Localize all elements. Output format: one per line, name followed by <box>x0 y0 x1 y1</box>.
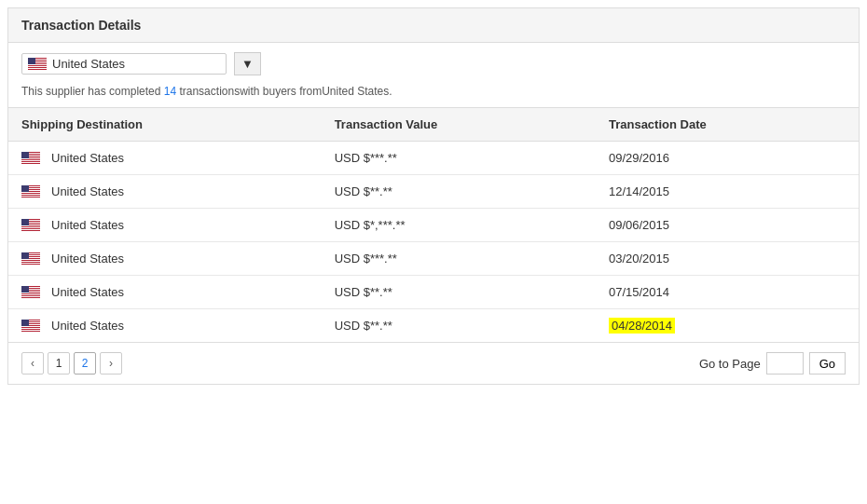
info-suffix-end: . <box>389 85 392 98</box>
pagination-left: ‹ 1 2 › <box>21 352 122 375</box>
cell-country-0: United States <box>8 142 322 175</box>
transactions-table-container: Shipping Destination Transaction Value T… <box>8 107 859 342</box>
section-header: Transaction Details <box>8 8 859 43</box>
pagination-right: Go to Page Go <box>699 352 846 375</box>
highlighted-date: 04/28/2014 <box>609 318 675 334</box>
controls-row: United States ▼ <box>8 43 859 81</box>
col-header-value: Transaction Value <box>322 108 596 142</box>
table-row: United StatesUSD $***.** 09/29/2016 <box>8 142 859 175</box>
cell-country-5: United States <box>8 309 322 343</box>
info-suffix-country: United States <box>322 85 389 98</box>
col-header-destination: Shipping Destination <box>8 108 322 142</box>
page-1-button[interactable]: 1 <box>48 352 70 375</box>
cell-value-1: USD $**.** <box>322 175 596 209</box>
table-header-row: Shipping Destination Transaction Value T… <box>8 108 859 142</box>
country-name-text: United States <box>51 319 124 333</box>
transaction-info: This supplier has completed 14 transacti… <box>8 81 859 107</box>
cell-date-1: 12/14/2015 <box>596 175 859 209</box>
us-flag-icon <box>21 320 40 332</box>
us-flag-icon <box>21 219 40 231</box>
country-select-label: United States <box>52 57 220 71</box>
table-row: United StatesUSD $**.**07/15/2014 <box>8 276 859 309</box>
pagination-bar: ‹ 1 2 › Go to Page Go <box>8 342 859 384</box>
goto-label: Go to Page <box>699 357 761 371</box>
us-flag-icon <box>28 58 47 70</box>
info-suffix-pre: with buyers from <box>240 85 322 98</box>
cell-date-4: 07/15/2014 <box>596 276 859 309</box>
table-row: United StatesUSD $**.**04/28/2014 <box>8 309 859 343</box>
transactions-table: Shipping Destination Transaction Value T… <box>8 108 859 342</box>
us-flag-icon <box>21 286 40 298</box>
country-select[interactable]: United States <box>21 53 227 75</box>
country-name-text: United States <box>51 252 124 266</box>
cell-value-0: USD $***.** <box>322 142 596 175</box>
info-middle: transactions <box>176 85 240 98</box>
table-row: United StatesUSD $**.**12/14/2015 <box>8 175 859 209</box>
cell-country-4: United States <box>8 276 322 309</box>
us-flag-icon <box>21 152 40 164</box>
col-header-date: Transaction Date <box>596 108 859 142</box>
info-prefix: This supplier has completed <box>21 85 164 98</box>
cell-value-3: USD $***.** <box>322 242 596 276</box>
table-row: United StatesUSD $*,***.**09/06/2015 <box>8 209 859 242</box>
prev-page-button[interactable]: ‹ <box>21 352 44 375</box>
cell-country-2: United States <box>8 209 322 242</box>
cell-value-4: USD $**.** <box>322 276 596 309</box>
cell-date-2: 09/06/2015 <box>596 209 859 242</box>
transaction-count-link[interactable]: 14 <box>164 85 176 98</box>
country-name-text: United States <box>51 218 124 232</box>
cell-value-5: USD $**.** <box>322 309 596 343</box>
next-page-button[interactable]: › <box>100 352 122 375</box>
page-title: Transaction Details <box>21 18 141 33</box>
country-dropdown-arrow[interactable]: ▼ <box>234 52 261 75</box>
cell-country-1: United States <box>8 175 322 209</box>
us-flag-icon <box>21 252 40 265</box>
country-name-text: United States <box>51 151 124 165</box>
us-flag-icon <box>21 185 40 198</box>
cell-value-2: USD $*,***.** <box>322 209 596 242</box>
cell-country-3: United States <box>8 242 322 276</box>
cell-date-0: 09/29/2016 <box>596 142 859 175</box>
table-row: United StatesUSD $***.**03/20/2015 <box>8 242 859 276</box>
cell-date-5: 04/28/2014 <box>596 309 859 343</box>
page-2-button[interactable]: 2 <box>74 352 96 375</box>
go-button[interactable]: Go <box>809 352 846 375</box>
country-name-text: United States <box>51 285 124 299</box>
country-name-text: United States <box>51 184 124 198</box>
cell-date-3: 03/20/2015 <box>596 242 859 276</box>
goto-page-input[interactable] <box>766 352 804 375</box>
